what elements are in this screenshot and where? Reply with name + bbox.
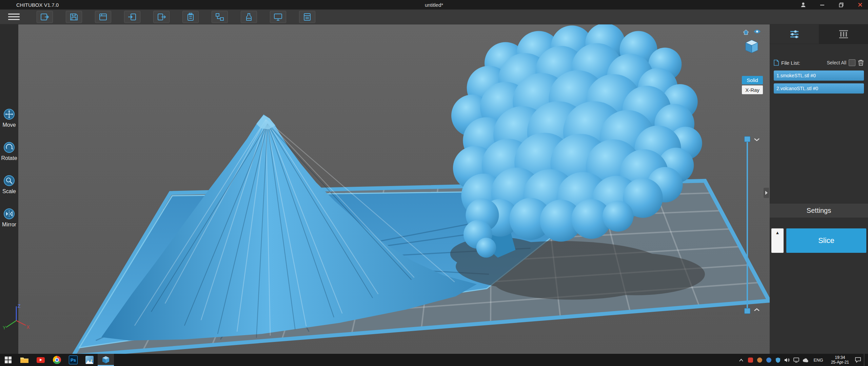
visibility-button[interactable] bbox=[753, 29, 761, 37]
move-icon bbox=[3, 108, 15, 120]
youtube-icon bbox=[37, 357, 45, 363]
minimize-button[interactable] bbox=[817, 0, 827, 9]
trash-icon bbox=[858, 59, 864, 66]
axis-z-label: Z bbox=[18, 303, 21, 309]
minimize-icon bbox=[820, 2, 825, 7]
mirror-icon bbox=[3, 208, 15, 220]
slice-button[interactable]: Slice bbox=[786, 228, 866, 253]
maximize-button[interactable] bbox=[836, 0, 846, 9]
select-all-label: Select All bbox=[827, 60, 846, 65]
red-app-tray-icon[interactable] bbox=[747, 357, 753, 363]
mirror-tool[interactable]: Mirror bbox=[2, 208, 16, 228]
slider-track[interactable] bbox=[747, 139, 748, 311]
window-controls bbox=[798, 0, 865, 9]
user-account-button[interactable] bbox=[798, 0, 808, 9]
chevron-down-icon[interactable] bbox=[754, 137, 760, 143]
user-icon bbox=[800, 2, 806, 8]
tab-support-settings[interactable] bbox=[819, 24, 868, 44]
up-arrow-icon: ▲ bbox=[775, 230, 780, 253]
chevron-right-icon bbox=[765, 190, 768, 195]
chevron-up-icon[interactable] bbox=[754, 307, 760, 313]
tab-print-settings[interactable] bbox=[770, 24, 819, 44]
select-all-checkbox[interactable] bbox=[849, 59, 855, 66]
axis-gizmo: Z Y X bbox=[2, 302, 31, 333]
photos-button[interactable] bbox=[81, 354, 98, 366]
import-icon bbox=[127, 13, 137, 21]
xray-mode-button[interactable]: X-Ray bbox=[742, 85, 763, 94]
menu-button[interactable] bbox=[8, 12, 20, 22]
view-navigation bbox=[738, 29, 765, 56]
youtube-button[interactable] bbox=[33, 354, 49, 366]
screen-button[interactable] bbox=[270, 11, 286, 23]
export-button[interactable] bbox=[153, 11, 170, 23]
chrome-icon bbox=[53, 356, 61, 364]
clipboard-button[interactable] bbox=[182, 11, 199, 23]
volume-tray-icon[interactable] bbox=[784, 357, 790, 363]
taskbar-clock[interactable]: 19:34 25-Apr-21 bbox=[828, 355, 852, 365]
file-row-smoke[interactable]: 1.smokeSTL.stl #0 bbox=[774, 70, 864, 81]
main-toolbar bbox=[0, 9, 868, 24]
paw-app-tray-icon[interactable] bbox=[756, 357, 763, 363]
save-project-icon bbox=[98, 13, 108, 21]
rotate-tool[interactable]: Rotate bbox=[1, 142, 17, 161]
slider-handle-bottom[interactable] bbox=[744, 308, 750, 314]
start-button[interactable] bbox=[0, 354, 16, 366]
settings-sliders-icon bbox=[789, 30, 800, 39]
action-center-button[interactable] bbox=[855, 357, 861, 363]
render-mode-toggle: Solid X-Ray bbox=[742, 76, 763, 94]
display-tray-icon[interactable] bbox=[793, 357, 799, 363]
hidden-icons-button[interactable] bbox=[738, 357, 744, 363]
chitubox-taskbar-button[interactable] bbox=[98, 354, 114, 366]
machine-button[interactable] bbox=[299, 11, 315, 23]
speaker-icon bbox=[784, 358, 790, 363]
network-send-icon bbox=[215, 13, 224, 21]
move-tool[interactable]: Move bbox=[2, 108, 16, 128]
view-cube[interactable] bbox=[742, 37, 761, 56]
show-desktop-button[interactable] bbox=[864, 354, 867, 366]
monitor-icon bbox=[793, 358, 799, 363]
toolbar-buttons bbox=[37, 11, 315, 23]
solid-mode-button[interactable]: Solid bbox=[742, 76, 763, 84]
delete-files-button[interactable] bbox=[858, 59, 864, 66]
settings-button[interactable]: Settings bbox=[770, 204, 868, 218]
home-view-button[interactable] bbox=[743, 29, 749, 37]
chrome-button[interactable] bbox=[49, 354, 65, 366]
photoshop-button[interactable]: Ps bbox=[65, 354, 81, 366]
blue-app-tray-icon[interactable] bbox=[766, 357, 772, 363]
chitubox-window: CHITUBOX V1.7.0 untitled* bbox=[0, 0, 868, 366]
security-tray-icon[interactable] bbox=[775, 357, 781, 363]
axis-x-label: X bbox=[26, 324, 30, 330]
import-button[interactable] bbox=[124, 11, 140, 23]
rotate-icon bbox=[3, 142, 15, 153]
close-button[interactable] bbox=[855, 0, 865, 9]
resin-button[interactable] bbox=[241, 11, 257, 23]
file-explorer-icon bbox=[20, 356, 29, 364]
clipboard-icon bbox=[186, 13, 195, 21]
slider-handle-top[interactable] bbox=[744, 136, 750, 142]
resin-icon bbox=[244, 13, 254, 21]
slice-expand-button[interactable]: ▲ bbox=[771, 228, 784, 253]
scale-tool[interactable]: Scale bbox=[2, 175, 16, 195]
save-button[interactable] bbox=[66, 11, 82, 23]
scale-icon bbox=[3, 175, 15, 186]
network-send-button[interactable] bbox=[212, 11, 228, 23]
viewport-3d-scene[interactable] bbox=[18, 24, 770, 354]
cloud-tray-icon[interactable] bbox=[802, 357, 808, 363]
viewport-3d[interactable]: Solid X-Ray bbox=[18, 24, 770, 354]
file-row-volcano[interactable]: 2.volcanoSTL.stl #0 bbox=[774, 83, 864, 94]
file-list-header: File List: Select All bbox=[770, 58, 868, 68]
language-indicator[interactable]: ENG bbox=[811, 358, 825, 363]
maximize-icon bbox=[839, 2, 844, 7]
blue-app-icon bbox=[766, 358, 771, 363]
move-label: Move bbox=[2, 122, 16, 128]
screen-icon bbox=[273, 13, 283, 21]
shield-icon bbox=[775, 357, 781, 363]
file-explorer-button[interactable] bbox=[16, 354, 33, 366]
save-project-button[interactable] bbox=[95, 11, 111, 23]
windows-taskbar: Ps bbox=[0, 354, 868, 366]
save-icon bbox=[69, 13, 79, 21]
right-panel: File List: Select All 1.smokeSTL.stl #0 … bbox=[770, 24, 868, 354]
open-file-button[interactable] bbox=[37, 11, 53, 23]
panel-flyout-handle[interactable] bbox=[764, 188, 769, 198]
clipping-slider bbox=[744, 136, 763, 314]
